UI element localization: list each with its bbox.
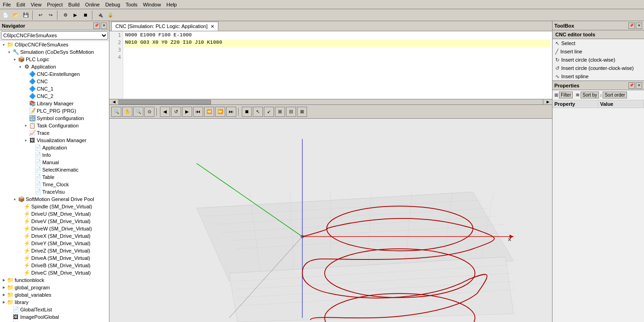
tree-item-sim[interactable]: ▼🔧Simulation (CoDeSys SoftMotion [0, 48, 109, 56]
tree-item-manual[interactable]: 📄Manual [0, 159, 109, 166]
toolbox-close-btn[interactable]: ✕ [636, 23, 642, 29]
menu-online[interactable]: Online [82, 1, 103, 8]
toolbox-item-ccw-circle[interactable]: ↺ Insert circle (counter-clock-wise) [553, 64, 644, 72]
cnc-skip-end-btn[interactable]: ⏭ [226, 107, 236, 117]
tree-item-timeclock[interactable]: 📄Time_Clock [0, 181, 109, 188]
navigator-close-btn[interactable]: ✕ [101, 23, 107, 29]
tree-item-library[interactable]: ▶📁library [0, 299, 109, 306]
tab-cnc[interactable]: CNC [Simulation: PLC Logic: Application]… [111, 22, 218, 31]
tree-expand-taskconf[interactable]: ▼ [23, 123, 28, 128]
tree-expand-funcblock[interactable]: ▶ [1, 277, 6, 283]
tree-expand-drivea[interactable] [17, 255, 23, 261]
tree-expand-trace[interactable] [23, 130, 28, 136]
stop-btn[interactable]: ⏹ [81, 11, 90, 20]
tree-item-cnc2[interactable]: 🔷CNC_2 [0, 92, 109, 100]
tree-expand-manual[interactable] [28, 160, 34, 165]
tree-item-application[interactable]: ▼⚙Application [0, 63, 109, 70]
tree-item-plclogic[interactable]: ▼📦PLC Logic [0, 56, 109, 63]
menu-debug[interactable]: Debug [103, 1, 123, 8]
tree-item-root[interactable]: ▼📁C6lpcCNCFileSmuAxes [0, 41, 109, 48]
tree-expand-info[interactable] [28, 152, 34, 158]
tree-expand-imagepoolglob[interactable] [6, 314, 12, 320]
tree-expand-cnc[interactable] [23, 79, 28, 84]
tree-expand-plcprg[interactable] [23, 108, 28, 114]
tree-item-libmgr[interactable]: 📚Library Manager [0, 100, 109, 107]
tree-item-appnode[interactable]: 📄Application [0, 144, 109, 151]
cnc-reset-btn[interactable]: ↺ [171, 107, 181, 117]
scroll-thumb[interactable] [119, 100, 211, 104]
code-hscroll[interactable]: ◀ ▶ [109, 99, 552, 104]
tree-expand-tracevisu[interactable] [28, 189, 34, 195]
tree-expand-cnc-einstellungen[interactable] [23, 71, 28, 77]
tree-item-cnc-einstellungen[interactable]: 🔷CNC-Einstellungen [0, 70, 109, 78]
properties-close-btn[interactable]: ✕ [636, 82, 642, 89]
tree-item-globprog[interactable]: ▶📁global_program [0, 284, 109, 291]
tree-item-cnc[interactable]: 🔷CNC [0, 78, 109, 85]
cnc-zoom-out-btn[interactable]: 🔍 [133, 107, 143, 117]
tree-expand-drivex[interactable] [17, 233, 23, 239]
tree-expand-table[interactable] [28, 174, 34, 180]
tree-item-globtextlist[interactable]: 📄GlobalTextList [0, 306, 109, 313]
new-btn[interactable]: 📄 [1, 11, 10, 20]
toolbox-pin-btn[interactable]: 📌 [628, 23, 635, 29]
cnc-grid1-btn[interactable]: ⊞ [275, 107, 285, 117]
tree-expand-appnode[interactable] [28, 145, 34, 150]
cnc-ul-btn[interactable]: ↖ [253, 107, 263, 117]
scroll-right-btn[interactable]: ▶ [543, 99, 552, 104]
tree-item-driveb[interactable]: ⚡DriveB (SM_Drive_Virtual) [0, 262, 109, 269]
cnc-play-btn[interactable]: ▶ [182, 107, 192, 117]
navigator-pin-btn[interactable]: 📌 [93, 23, 100, 29]
tree-expand-sim[interactable]: ▼ [6, 49, 12, 55]
tree-item-trace[interactable]: 📈Trace [0, 129, 109, 137]
tree-expand-libmgr[interactable] [23, 101, 28, 106]
tree-expand-timeclock[interactable] [28, 182, 34, 187]
tree-item-cnc1[interactable]: 🔷CNC_1 [0, 85, 109, 92]
tree-item-drivew[interactable]: ⚡DriveW (SM_Drive_Virtual) [0, 225, 109, 232]
toolbox-item-insert-line[interactable]: ╱ Insert line [553, 47, 644, 56]
cnc-hand-btn[interactable]: ✋ [122, 107, 132, 117]
tree-expand-selkin[interactable] [28, 167, 34, 172]
tree-expand-cnc1[interactable] [23, 86, 28, 92]
cnc-grid2-btn[interactable]: ⊟ [286, 107, 296, 117]
tree-expand-globtextlist[interactable] [6, 307, 12, 312]
tree-item-plcprg[interactable]: 📝PLC_PRG (PRG) [0, 107, 109, 115]
menu-view[interactable]: View [28, 1, 45, 8]
menu-edit[interactable]: Edit [14, 1, 28, 8]
toolbox-item-select[interactable]: ↖ Select [553, 39, 644, 47]
cnc-canvas[interactable]: ✕ [109, 119, 552, 322]
code-editor-content[interactable]: 1 2 3 4 N000 E1000 F100 E-1000 N010 G03 … [109, 31, 552, 99]
tree-item-funcblock[interactable]: ▶📁functionblock [0, 276, 109, 284]
tree-item-taskconf[interactable]: ▼📋Task Configuration [0, 122, 109, 129]
cnc-prev-btn[interactable]: ⏪ [204, 107, 214, 117]
tree-expand-drivev[interactable] [17, 218, 23, 224]
tree-expand-cnc2[interactable] [23, 93, 28, 99]
tree-expand-drivec[interactable] [17, 270, 23, 276]
tree-expand-root[interactable]: ▼ [1, 42, 6, 47]
tree-expand-symconf[interactable] [23, 115, 28, 121]
tree-item-vismgr[interactable]: ▼🖼Visualization Manager [0, 137, 109, 144]
tree-expand-globvar[interactable]: ▶ [1, 292, 6, 298]
save-btn[interactable]: 💾 [21, 11, 30, 20]
menu-project[interactable]: Project [44, 1, 65, 8]
properties-pin-btn[interactable]: 📌 [628, 82, 635, 89]
tree-expand-plclogic[interactable]: ▼ [12, 57, 17, 62]
tree-item-drivev[interactable]: ⚡DriveV (SM_Drive_Virtual) [0, 218, 109, 225]
tree-expand-driveu[interactable] [17, 211, 23, 217]
close-x-text[interactable]: ✕ [507, 237, 512, 242]
menu-tools[interactable]: Tools [123, 1, 140, 8]
tree-item-drivey[interactable]: ⚡DriveY (SM_Drive_Virtual) [0, 240, 109, 247]
cnc-zoom-in-btn[interactable]: 🔍 [111, 107, 121, 117]
tree-expand-drivey[interactable] [17, 241, 23, 246]
cnc-next-btn[interactable]: ⏩ [215, 107, 225, 117]
scroll-left-btn[interactable]: ◀ [109, 99, 119, 104]
cnc-dl-btn[interactable]: ↙ [264, 107, 274, 117]
undo-btn[interactable]: ↩ [36, 11, 45, 20]
tree-item-globvar[interactable]: ▶📁global_variables [0, 291, 109, 299]
cnc-skip-start-btn[interactable]: ⏮ [193, 107, 203, 117]
tree-item-tracevisu[interactable]: 📄TraceVisu [0, 188, 109, 196]
code-content[interactable]: N000 E1000 F100 E-1000 N010 G03 X0 Y0 Z2… [123, 31, 552, 99]
tree-item-drivez[interactable]: ⚡DriveZ (SM_Drive_Virtual) [0, 247, 109, 254]
logout-btn[interactable]: 🔒 [106, 11, 115, 20]
tree-expand-application[interactable]: ▼ [17, 64, 23, 69]
tree-item-drivea[interactable]: ⚡DriveA (SM_Drive_Virtual) [0, 254, 109, 262]
